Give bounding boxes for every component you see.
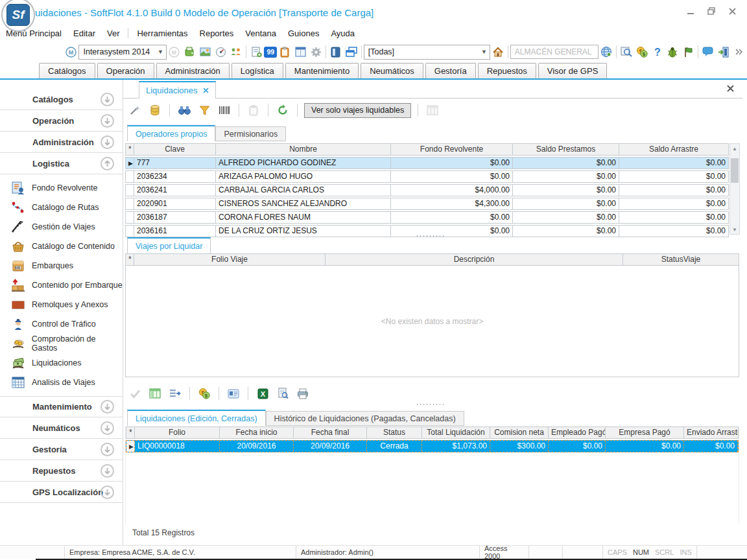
sidebar-section-gestoria[interactable]: Gestoría [0, 439, 123, 460]
sidebar-item-control-trafico[interactable]: Control de Tráfico [0, 314, 123, 334]
tab-catalogos[interactable]: Catálogos [39, 63, 95, 78]
menu-item-herramientas[interactable]: Herramientas [131, 27, 193, 40]
tab-administracion[interactable]: Administración [156, 63, 230, 78]
table-row[interactable]: 2036187 CORONA FLORES NAUM $0.00 $0.00 $… [125, 211, 729, 224]
header-cell[interactable]: Folio [135, 427, 220, 438]
binoculars-icon[interactable] [178, 104, 191, 117]
search-settings-icon[interactable] [620, 45, 633, 58]
barcode-icon[interactable] [218, 104, 231, 117]
header-cell[interactable]: StatusViaje [623, 254, 739, 265]
id-card-icon[interactable] [227, 387, 240, 400]
tab-operacion[interactable]: Operación [97, 63, 154, 78]
print-icon[interactable] [296, 387, 309, 400]
document-tab-liquidaciones[interactable]: Liquidaciones [139, 81, 216, 99]
currency-coins-icon[interactable]: €$ [635, 45, 648, 58]
database-icon[interactable] [148, 104, 161, 117]
sidebar-section-repuestos[interactable]: Repuestos [0, 460, 123, 482]
header-cell[interactable]: Total Liquidación [422, 427, 490, 438]
sidebar-item-comprobacion-gastos[interactable]: Comprobación de Gastos [0, 334, 123, 353]
tab-historico-liquidaciones[interactable]: Histórico de Liquidaciones (Pagadas, Can… [266, 411, 464, 426]
filter-funnel-icon[interactable] [198, 104, 211, 117]
window-grid-icon[interactable] [294, 45, 307, 58]
home-icon[interactable] [492, 45, 504, 58]
chat-icon[interactable] [702, 45, 715, 58]
export-rows-icon[interactable] [169, 387, 182, 400]
gauge-icon[interactable] [215, 45, 228, 58]
header-cell[interactable]: Status [367, 427, 422, 438]
header-cell[interactable]: Empresa Pagó [606, 427, 684, 438]
tab-gestoria[interactable]: Gestoría [425, 63, 476, 78]
sidebar-section-gps-localizacion[interactable]: GPS Localización [0, 482, 123, 503]
select-all-cell[interactable]: * [126, 254, 134, 265]
tab-mantenimiento[interactable]: Mantenimiento [285, 63, 359, 78]
new-liquidation-table-icon[interactable] [148, 387, 161, 400]
refresh-icon[interactable] [276, 104, 289, 117]
users-group-icon[interactable] [230, 45, 243, 58]
sidebar-item-embarques[interactable]: Embarques [0, 256, 123, 275]
sidebar-section-neumaticos[interactable]: Neumáticos [0, 417, 123, 439]
route-filter-combo[interactable]: [Todas] ▼ [364, 45, 490, 60]
tab-repuestos[interactable]: Repuestos [478, 63, 536, 78]
badge-99-icon[interactable]: 99 [264, 47, 277, 58]
vertical-scrollbar[interactable]: ▲ ▼ [729, 143, 740, 235]
select-all-cell[interactable]: * [126, 144, 134, 155]
scrollbar-thumb[interactable] [731, 158, 739, 183]
tab-close-icon[interactable] [203, 86, 209, 95]
splitter-handle[interactable] [123, 234, 738, 238]
ver-solo-viajes-button[interactable]: Ver solo viajes liquidables [304, 103, 411, 118]
sidebar-item-analisis-viajes[interactable]: Analisis de Viajes [0, 373, 123, 392]
clipboard-icon[interactable] [278, 45, 291, 58]
tab-liquidaciones-edicion[interactable]: Liquidaciones (Edición, Cerradas) [127, 410, 266, 426]
tab-visor-gps[interactable]: Visor de GPS [538, 63, 608, 78]
header-cell[interactable]: Fecha final [294, 427, 367, 438]
tab-operadores-propios[interactable]: Operadores propios [127, 125, 215, 141]
header-cell[interactable]: Nombre [216, 144, 391, 155]
table-row[interactable]: 2036234 ARIZAGA PALOMO HUGO $0.00 $0.00 … [125, 170, 729, 183]
restore-icon[interactable] [706, 5, 717, 17]
menu-item-ver[interactable]: Ver [101, 27, 126, 40]
tab-logistica[interactable]: Logística [231, 63, 283, 78]
scroll-down-icon[interactable]: ▼ [730, 225, 739, 234]
new-document-icon[interactable] [250, 45, 263, 58]
menu-item-reportes[interactable]: Reportes [194, 27, 240, 40]
sidebar-section-logistica[interactable]: Logistica [0, 153, 123, 174]
sidebar-item-catalogo-rutas[interactable]: Catálogo de Rutas [0, 198, 123, 217]
flag-icon[interactable] [682, 45, 694, 58]
cascade-windows-icon[interactable] [345, 45, 358, 58]
header-cell[interactable]: Saldo Prestamos [513, 144, 619, 155]
panel-close-icon[interactable] [725, 83, 735, 93]
sidebar-section-operacion[interactable]: Operación [0, 110, 123, 132]
header-cell[interactable]: Clave [134, 144, 216, 155]
header-cell[interactable]: Saldo Arrastre [619, 144, 728, 155]
coins-icon[interactable]: €$ [198, 387, 211, 400]
wizard-wand-icon[interactable] [128, 104, 141, 117]
m-badge-icon[interactable]: M [65, 45, 78, 58]
header-cell[interactable]: Folio Viaje [134, 254, 326, 265]
tab-neumaticos[interactable]: Neumáticos [361, 63, 423, 78]
sidebar-item-fondo-revolvente[interactable]: Fondo Revolvente [0, 178, 123, 198]
sidebar-item-catalogo-contenido[interactable]: Catálogo de Contenido [0, 237, 123, 256]
sidebar-item-remolques[interactable]: Remolques y Anexos [0, 295, 123, 314]
excel-export-icon[interactable]: X [256, 387, 269, 400]
sidebar-item-liquidaciones[interactable]: Liquidaciones [0, 353, 123, 373]
table-row[interactable]: 2020901 CISNEROS SANCHEZ ALEJANDRO $4,30… [125, 198, 729, 210]
splitter-handle[interactable] [123, 402, 738, 406]
sidebar-item-contenido-embarque[interactable]: Contenido por Embarque [0, 275, 123, 295]
help-icon[interactable]: ? [651, 45, 664, 58]
sidebar-section-administracion[interactable]: Administración [0, 132, 123, 153]
header-cell[interactable]: Fecha inicio [220, 427, 294, 438]
header-cell[interactable]: Comision neta [490, 427, 549, 438]
open-drive-icon[interactable] [184, 45, 196, 58]
table-row[interactable]: 2036241 CARBAJAL GARCIA CARLOS $4,000.00… [125, 184, 729, 196]
blue-panel-icon[interactable] [329, 45, 342, 58]
sidebar-section-catalogos[interactable]: Catálogos [0, 89, 123, 110]
table-row[interactable]: ▶ LIQ00000018 20/09/2016 20/09/2016 Cerr… [126, 440, 739, 452]
menu-item-guiones[interactable]: Guiones [282, 27, 325, 40]
bug-icon[interactable] [666, 45, 679, 58]
gear-icon[interactable] [309, 45, 322, 58]
tab-permisionarios[interactable]: Permisionarios [215, 126, 286, 141]
image-icon[interactable] [199, 45, 212, 58]
menu-item-ayuda[interactable]: Ayuda [325, 27, 361, 40]
sidebar-item-gestion-viajes[interactable]: Gestión de Viajes [0, 217, 123, 237]
header-cell[interactable]: Fondo Revolvente [391, 144, 513, 155]
